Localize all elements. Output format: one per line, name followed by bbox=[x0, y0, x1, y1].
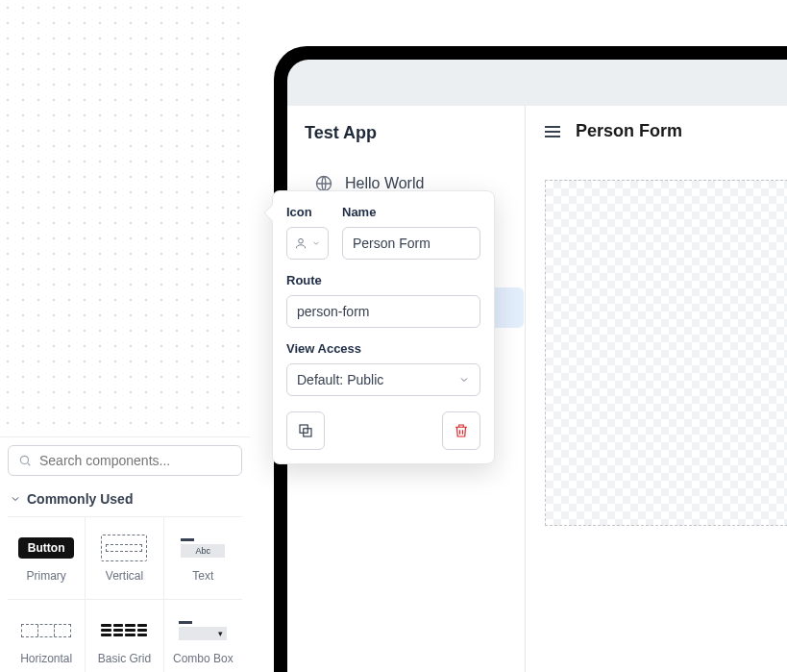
palette-item-label: Vertical bbox=[106, 569, 143, 583]
layout-dropzone[interactable] bbox=[545, 180, 787, 526]
button-preview: Button bbox=[18, 537, 75, 559]
vaadin-logo-icon bbox=[18, 15, 32, 29]
view-access-select[interactable]: Default: Public bbox=[286, 363, 480, 396]
component-search-input[interactable] bbox=[39, 453, 232, 468]
palette-item-label: Text bbox=[192, 569, 213, 583]
palette-item-label: Primary bbox=[26, 569, 65, 583]
view-item-person-form[interactable]: Person Form ⋮ bbox=[6, 183, 244, 215]
svg-rect-4 bbox=[17, 168, 22, 173]
palette-item-button[interactable]: Button Primary bbox=[8, 517, 86, 600]
view-item-menu[interactable]: ⋮ bbox=[217, 160, 236, 175]
view-item-label: Dashboard bbox=[40, 160, 208, 175]
delete-view-button[interactable] bbox=[442, 411, 480, 450]
drawer-toggle-button[interactable] bbox=[545, 126, 560, 137]
palette-group-toggle[interactable]: Commonly Used bbox=[8, 487, 242, 516]
view-access-value: Default: Public bbox=[297, 372, 383, 387]
vertical-layout-icon bbox=[101, 535, 147, 561]
add-view-label: Add View bbox=[38, 225, 95, 240]
document-icon bbox=[13, 129, 31, 144]
trash-icon bbox=[453, 422, 470, 439]
tab-views[interactable]: Views bbox=[9, 49, 126, 80]
sidebar-tabs: Views Theme bbox=[8, 48, 242, 81]
view-item-hello-world[interactable]: Hello World ⋮ bbox=[6, 90, 244, 121]
app-title: Test App bbox=[60, 14, 208, 31]
chevron-down-icon bbox=[458, 374, 470, 386]
svg-point-5 bbox=[20, 194, 25, 199]
svg-rect-1 bbox=[17, 162, 22, 167]
view-item-about[interactable]: About ⋮ bbox=[6, 121, 244, 152]
view-item-dashboard[interactable]: Dashboard ⋮ bbox=[6, 152, 244, 183]
view-route-input[interactable] bbox=[286, 295, 480, 328]
dashboard-icon bbox=[13, 160, 31, 175]
copy-icon bbox=[297, 422, 314, 439]
chevron-down-icon: ▾ bbox=[35, 17, 39, 27]
field-label-name: Name bbox=[342, 205, 480, 219]
palette-item-grid[interactable]: Basic Grid bbox=[86, 600, 163, 672]
view-item-label: Hello World bbox=[40, 98, 208, 113]
chevron-down-icon bbox=[10, 493, 21, 505]
palette-item-horizontal[interactable]: Horizontal bbox=[8, 600, 86, 672]
palette-group-label: Commonly Used bbox=[27, 491, 133, 507]
palette-item-label: Basic Grid bbox=[98, 652, 151, 665]
view-item-menu[interactable]: ⋮ bbox=[217, 98, 236, 113]
svg-point-6 bbox=[20, 456, 28, 463]
palette-item-combobox[interactable]: ▾ Combo Box bbox=[164, 600, 242, 672]
textfield-icon: Abc bbox=[181, 538, 225, 558]
tab-theme[interactable]: Theme bbox=[126, 49, 242, 80]
person-icon bbox=[14, 191, 32, 207]
horizontal-layout-icon bbox=[21, 624, 71, 637]
field-label-icon: Icon bbox=[286, 205, 329, 219]
palette-item-vertical[interactable]: Vertical bbox=[86, 517, 163, 600]
svg-rect-2 bbox=[23, 162, 28, 165]
combobox-icon: ▾ bbox=[179, 621, 227, 640]
palette-item-textfield[interactable]: Abc Text bbox=[164, 517, 242, 600]
palette-item-label: Combo Box bbox=[173, 652, 234, 665]
person-icon bbox=[294, 236, 307, 250]
svg-point-8 bbox=[299, 238, 304, 243]
palette-item-label: Horizontal bbox=[20, 652, 72, 665]
field-label-route: Route bbox=[286, 273, 480, 287]
field-label-access: View Access bbox=[286, 341, 480, 356]
preview-app-title: Test App bbox=[305, 123, 513, 143]
component-search[interactable] bbox=[8, 445, 242, 476]
view-settings-popover: Icon Name Route View Access Default: Pub… bbox=[272, 190, 495, 464]
add-view-button[interactable]: Add View bbox=[6, 215, 244, 250]
search-icon bbox=[18, 454, 32, 467]
app-switcher[interactable]: ▾ bbox=[10, 10, 48, 35]
grid-icon bbox=[101, 624, 147, 636]
view-item-menu[interactable]: ⋮ bbox=[217, 129, 236, 144]
globe-icon bbox=[13, 98, 31, 113]
app-menu-button[interactable]: ⋮ bbox=[219, 20, 238, 24]
view-item-label: About bbox=[40, 129, 208, 144]
duplicate-view-button[interactable] bbox=[286, 411, 325, 450]
view-item-label: Person Form bbox=[41, 191, 207, 207]
plus-icon bbox=[13, 225, 29, 240]
view-name-input[interactable] bbox=[342, 227, 480, 260]
svg-rect-3 bbox=[23, 166, 28, 173]
chevron-down-icon bbox=[311, 238, 321, 248]
preview-page-title: Person Form bbox=[576, 121, 682, 141]
icon-picker[interactable] bbox=[286, 227, 329, 260]
view-item-menu[interactable]: ⋮ bbox=[216, 191, 235, 207]
